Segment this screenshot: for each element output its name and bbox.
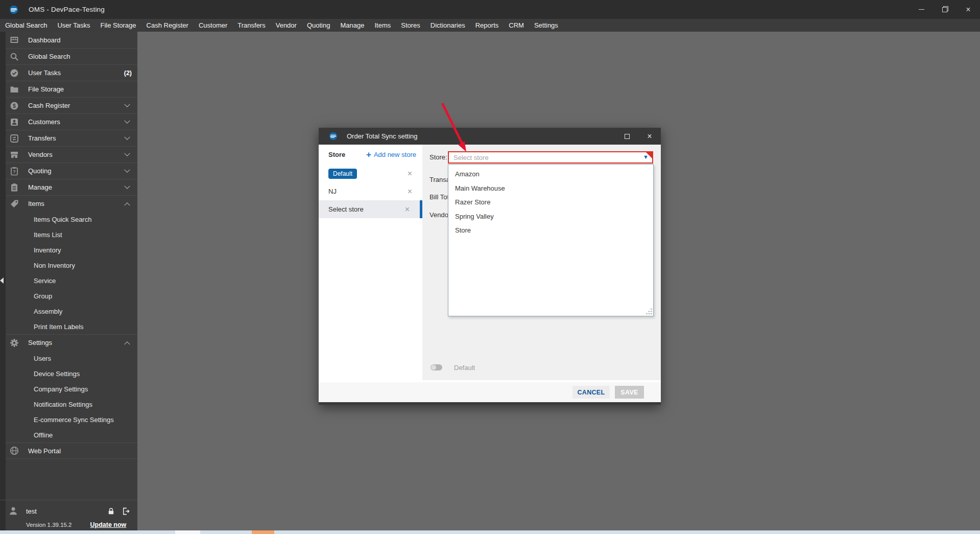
sidebar-item-items[interactable]: Items	[6, 195, 137, 212]
restore-icon	[942, 7, 948, 12]
sidebar-item-label: File Storage	[28, 85, 64, 93]
save-button[interactable]: SAVE	[615, 386, 644, 399]
store-settings-panel: Store: TransaBill TotVendo Select store …	[422, 145, 661, 380]
chevron-down-icon	[124, 150, 130, 156]
sidebar: DashboardGlobal SearchUser Tasks(2)File …	[0, 32, 137, 534]
update-now-link[interactable]: Update now	[90, 521, 127, 528]
sidebar-item-file-storage[interactable]: File Storage	[6, 81, 137, 97]
sidebar-item-print-item-labels[interactable]: Print Item Labels	[6, 319, 137, 334]
default-toggle[interactable]	[431, 364, 442, 370]
store-combobox[interactable]: Select store ▼	[448, 151, 653, 164]
sidebar-item-user-tasks[interactable]: User Tasks(2)	[6, 64, 137, 81]
sidebar-item-label: Settings	[28, 339, 52, 346]
cancel-button[interactable]: CANCEL	[572, 386, 610, 399]
store-label: NJ	[328, 188, 337, 195]
menu-item[interactable]: CRM	[504, 19, 529, 32]
restore-button[interactable]	[933, 0, 957, 19]
menu-item[interactable]: Quoting	[302, 19, 336, 32]
sidebar-item-label: Customers	[28, 118, 60, 126]
sidebar-item-items-quick-search[interactable]: Items Quick Search	[6, 212, 137, 227]
remove-store-icon[interactable]: ×	[408, 170, 412, 178]
remove-store-icon[interactable]: ×	[405, 205, 410, 214]
menu-item[interactable]: User Tasks	[52, 19, 95, 32]
dialog-logo-icon	[329, 132, 338, 141]
sidebar-item-group[interactable]: Group	[6, 288, 137, 304]
menu-item[interactable]: Customer	[194, 19, 232, 32]
sidebar-item-service[interactable]: Service	[6, 273, 137, 288]
resize-grip[interactable]	[646, 309, 652, 314]
sidebar-item-assembly[interactable]: Assembly	[6, 304, 137, 319]
dialog-close-button[interactable]: ×	[638, 128, 661, 145]
sidebar-item-manage[interactable]: Manage	[6, 179, 137, 195]
store-row[interactable]: Select store ×	[319, 200, 422, 218]
menu-item[interactable]: Global Search	[0, 19, 52, 32]
sidebar-item-company-settings[interactable]: Company Settings	[6, 381, 137, 397]
menu-item[interactable]: Cash Register	[141, 19, 194, 32]
menu-item[interactable]: File Storage	[95, 19, 141, 32]
add-new-store-label: Add new store	[374, 151, 416, 158]
sidebar-user-area: test Version 1.39.15.2 Update now	[0, 500, 137, 528]
store-field-label: Store:	[429, 153, 447, 161]
menu-item[interactable]: Items	[369, 19, 396, 32]
app-logo-icon	[9, 5, 18, 14]
sidebar-collapse-icon[interactable]	[0, 277, 4, 284]
vendors-icon	[9, 150, 19, 159]
minimize-button[interactable]	[910, 0, 933, 19]
menu-item[interactable]: Manage	[335, 19, 369, 32]
sidebar-item-label: Web Portal	[28, 447, 61, 455]
lock-icon[interactable]	[107, 507, 115, 516]
close-button[interactable]: ×	[957, 0, 980, 19]
dialog-footer: CANCEL SAVE	[319, 382, 661, 402]
sidebar-item-quoting[interactable]: ?Quoting	[6, 162, 137, 179]
sidebar-item-users[interactable]: Users	[6, 351, 137, 366]
menu-item[interactable]: Stores	[396, 19, 425, 32]
sidebar-item-label: Inventory	[34, 246, 61, 254]
store-option[interactable]: Store	[448, 223, 653, 238]
sidebar-item-web-portal[interactable]: Web Portal	[6, 443, 137, 459]
sidebar-item-items-list[interactable]: Items List	[6, 227, 137, 242]
logout-icon[interactable]	[122, 507, 130, 516]
sidebar-item-label: Offline	[34, 431, 53, 439]
sidebar-item-customers[interactable]: Customers	[6, 113, 137, 130]
order-total-sync-dialog: Order Total Sync setting × Store + Add n…	[319, 128, 661, 405]
menu-item[interactable]: Reports	[470, 19, 504, 32]
sidebar-item-label: Items	[28, 200, 44, 207]
sidebar-item-device-settings[interactable]: Device Settings	[6, 366, 137, 381]
menu-item[interactable]: Settings	[529, 19, 563, 32]
sidebar-item-transfers[interactable]: Transfers	[6, 130, 137, 146]
store-option[interactable]: Spring Valley	[448, 210, 653, 224]
sidebar-item-notification-settings[interactable]: Notification Settings	[6, 397, 137, 412]
store-option[interactable]: Razer Store	[448, 195, 653, 210]
menu-item[interactable]: Dictionaries	[425, 19, 470, 32]
sidebar-item-label: Non Inventory	[34, 262, 75, 269]
folder-icon	[9, 84, 19, 94]
store-option[interactable]: Main Warehouse	[448, 181, 653, 196]
sidebar-item-global-search[interactable]: Global Search	[6, 48, 137, 64]
sidebar-item-inventory[interactable]: Inventory	[6, 242, 137, 258]
sidebar-item-non-inventory[interactable]: Non Inventory	[6, 258, 137, 273]
sidebar-item-label: Manage	[28, 183, 52, 191]
dashboard-icon	[9, 35, 19, 45]
sidebar-item-cash-register[interactable]: $Cash Register	[6, 97, 137, 113]
sidebar-menu: DashboardGlobal SearchUser Tasks(2)File …	[6, 32, 137, 459]
sidebar-item-label: Global Search	[28, 53, 70, 60]
field-label: Bill Tot	[429, 193, 448, 201]
sidebar-item-vendors[interactable]: Vendors	[6, 146, 137, 162]
sidebar-item-offline[interactable]: Offline	[6, 427, 137, 443]
sidebar-item-label: Print Item Labels	[34, 323, 84, 331]
svg-text:?: ?	[13, 169, 16, 174]
remove-store-icon[interactable]: ×	[408, 188, 412, 196]
sidebar-item-e-commerce-sync-settings[interactable]: E-commerce Sync Settings	[6, 412, 137, 427]
dialog-maximize-button[interactable]	[616, 128, 638, 145]
store-row[interactable]: NJ ×	[319, 182, 422, 200]
chevron-down-icon	[124, 118, 130, 123]
default-toggle-label: Default	[454, 364, 475, 372]
sidebar-item-settings[interactable]: Settings	[6, 334, 137, 351]
menu-item[interactable]: Vendor	[271, 19, 302, 32]
add-new-store-button[interactable]: + Add new store	[366, 151, 416, 158]
menu-item[interactable]: Transfers	[232, 19, 270, 32]
sidebar-item-label: Vendors	[28, 151, 53, 158]
store-row[interactable]: Default ×	[319, 165, 422, 182]
store-option[interactable]: Amazon	[448, 167, 653, 181]
sidebar-item-dashboard[interactable]: Dashboard	[6, 32, 137, 48]
